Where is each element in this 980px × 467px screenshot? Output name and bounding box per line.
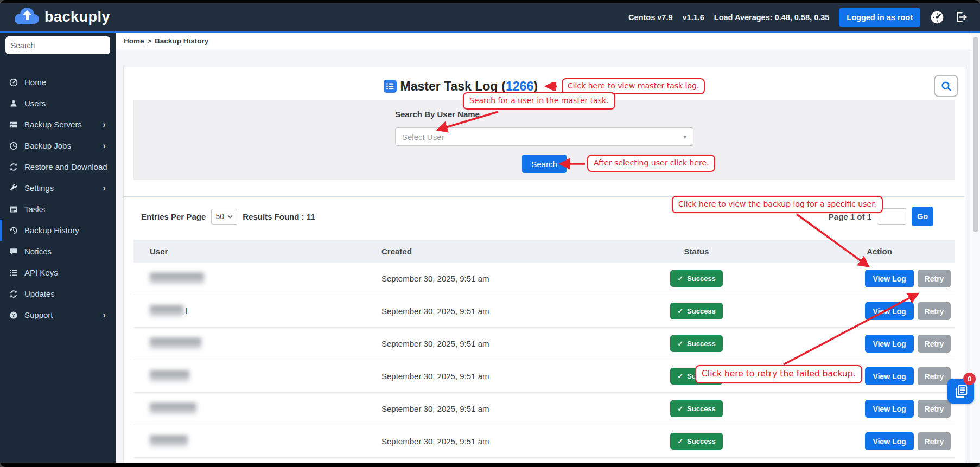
backuply-admin-window: backuply Centos v7.9 v1.1.6 Load Average… bbox=[0, 0, 980, 467]
home-icon bbox=[9, 78, 18, 87]
section-divider bbox=[124, 196, 965, 197]
search-button[interactable]: Search bbox=[522, 155, 567, 173]
retry-button[interactable]: Retry bbox=[918, 432, 951, 450]
sidebar-item-label: Backup History bbox=[24, 226, 79, 235]
chevron-right-icon: › bbox=[103, 183, 106, 193]
created-cell: September 30, 2025, 9:51 am bbox=[375, 437, 589, 446]
check-icon: ✓ bbox=[677, 340, 683, 348]
view-log-button[interactable]: View Log bbox=[865, 302, 914, 320]
breadcrumb-separator: > bbox=[148, 37, 152, 45]
user-select-dropdown[interactable]: Select User ▾ bbox=[395, 127, 693, 146]
sidebar-item-home[interactable]: Home bbox=[0, 72, 116, 93]
column-header-action: Action bbox=[804, 247, 955, 256]
user-cell bbox=[133, 436, 375, 447]
sidebar-item-label: API Keys bbox=[24, 268, 58, 277]
support-icon: ? bbox=[9, 311, 18, 319]
breadcrumb-home-link[interactable]: Home bbox=[124, 37, 144, 45]
chevron-right-icon: › bbox=[103, 141, 106, 150]
check-icon: ✓ bbox=[677, 405, 683, 413]
sidebar-item-backup-jobs[interactable]: Backup Jobs› bbox=[0, 135, 116, 156]
master-task-log-card: Master Task Log (1266) Click here to vie… bbox=[123, 67, 965, 463]
chevron-down-icon: ▾ bbox=[683, 133, 686, 140]
retry-button[interactable]: Retry bbox=[918, 367, 951, 385]
action-cell: View Log Retry bbox=[804, 270, 955, 287]
sidebar-search-input[interactable] bbox=[5, 36, 110, 54]
retry-button[interactable]: Retry bbox=[918, 270, 951, 287]
news-pages-icon bbox=[953, 384, 968, 399]
user-cell bbox=[133, 338, 375, 349]
entries-per-page-select[interactable]: 50 bbox=[211, 209, 237, 225]
user-select-placeholder: Select User bbox=[402, 132, 683, 142]
load-averages: Load Averages: 0.48, 0.58, 0.35 bbox=[714, 13, 830, 22]
search-by-user-label: Search By User Name bbox=[395, 110, 693, 119]
blurred-username bbox=[150, 436, 188, 447]
view-log-button[interactable]: View Log bbox=[865, 270, 914, 287]
sidebar-item-label: Updates bbox=[24, 289, 55, 298]
status-label: Success bbox=[687, 274, 716, 283]
breadcrumb-current-link[interactable]: Backup History bbox=[155, 37, 208, 45]
chevron-down-icon bbox=[227, 215, 233, 219]
sidebar-item-api-keys[interactable]: API Keys bbox=[0, 262, 116, 283]
page-of-text: Page 1 of 1 bbox=[829, 212, 871, 221]
brand-name: backuply bbox=[44, 9, 110, 25]
restore-icon bbox=[9, 163, 18, 171]
sidebar-item-settings[interactable]: Settings› bbox=[0, 177, 116, 199]
status-cell: ✓ Success bbox=[589, 270, 804, 287]
brand-logo[interactable]: backuply bbox=[12, 5, 110, 29]
retry-button[interactable]: Retry bbox=[918, 335, 951, 353]
status-label: Success bbox=[687, 340, 716, 348]
users-icon bbox=[9, 99, 18, 108]
updates-icon bbox=[9, 290, 18, 298]
history-icon bbox=[9, 226, 18, 235]
settings-icon bbox=[9, 184, 18, 193]
sidebar-item-support[interactable]: ?Support› bbox=[0, 304, 116, 325]
servers-icon bbox=[9, 120, 18, 129]
action-cell: View Log Retry bbox=[804, 335, 955, 353]
blurred-username bbox=[150, 338, 201, 349]
view-log-button[interactable]: View Log bbox=[865, 335, 914, 353]
sidebar-item-updates[interactable]: Updates bbox=[0, 283, 116, 304]
action-cell: View Log Retry bbox=[804, 367, 955, 385]
sidebar-item-restore-and-download[interactable]: Restore and Download bbox=[0, 156, 116, 177]
view-log-button[interactable]: View Log bbox=[865, 367, 914, 385]
retry-button[interactable]: Retry bbox=[918, 302, 951, 320]
logout-icon[interactable] bbox=[954, 10, 968, 24]
user-cell bbox=[133, 403, 375, 414]
status-label: Success bbox=[687, 405, 716, 413]
table-row: September 30, 2025, 9:51 am ✓ Success Vi… bbox=[133, 328, 955, 360]
os-version: Centos v7.9 bbox=[628, 13, 672, 22]
master-task-count[interactable]: (1266) bbox=[501, 79, 538, 94]
gauge-icon[interactable] bbox=[930, 10, 944, 24]
status-cell: ✓ Success bbox=[589, 335, 804, 352]
breadcrumb: Home > Backup History bbox=[116, 33, 980, 49]
sidebar-item-notices[interactable]: Notices bbox=[0, 241, 116, 262]
header-accent-line bbox=[0, 31, 980, 33]
view-log-button[interactable]: View Log bbox=[865, 432, 914, 450]
sidebar-item-users[interactable]: Users bbox=[0, 93, 116, 114]
logged-in-as-root-button[interactable]: Logged in as root bbox=[839, 8, 920, 27]
sidebar-item-tasks[interactable]: Tasks bbox=[0, 199, 116, 220]
user-cell bbox=[133, 273, 375, 284]
title-row: Master Task Log (1266) Click here to vie… bbox=[133, 74, 955, 99]
status-badge: ✓ Success bbox=[670, 303, 723, 319]
sidebar-item-backup-servers[interactable]: Backup Servers› bbox=[0, 114, 116, 135]
status-label: Success bbox=[687, 437, 716, 445]
go-button[interactable]: Go bbox=[912, 207, 933, 226]
view-log-button[interactable]: View Log bbox=[865, 400, 914, 418]
cloud-logo-icon bbox=[12, 5, 41, 29]
retry-button[interactable]: Retry bbox=[918, 400, 951, 418]
apikeys-icon bbox=[9, 268, 18, 277]
task-list-icon bbox=[384, 80, 397, 93]
table-row: September 30, 2025, 9:51 am ✓ Success Vi… bbox=[133, 360, 955, 393]
backup-history-table: User Created Status Action September 30,… bbox=[133, 240, 955, 463]
scrollbar-thumb[interactable] bbox=[973, 37, 978, 232]
notices-count-badge: 0 bbox=[963, 373, 976, 385]
page-number-input[interactable] bbox=[877, 208, 906, 225]
status-badge: ✓ Success bbox=[670, 335, 723, 352]
sidebar-item-backup-history[interactable]: Backup History bbox=[0, 220, 116, 241]
sidebar-item-label: Settings bbox=[24, 183, 54, 193]
search-toggle-button[interactable] bbox=[934, 75, 958, 97]
chevron-right-icon: › bbox=[103, 120, 106, 129]
app-version: v1.1.6 bbox=[683, 13, 704, 22]
main-content: Home > Backup History Master Task Log (1… bbox=[116, 33, 980, 463]
